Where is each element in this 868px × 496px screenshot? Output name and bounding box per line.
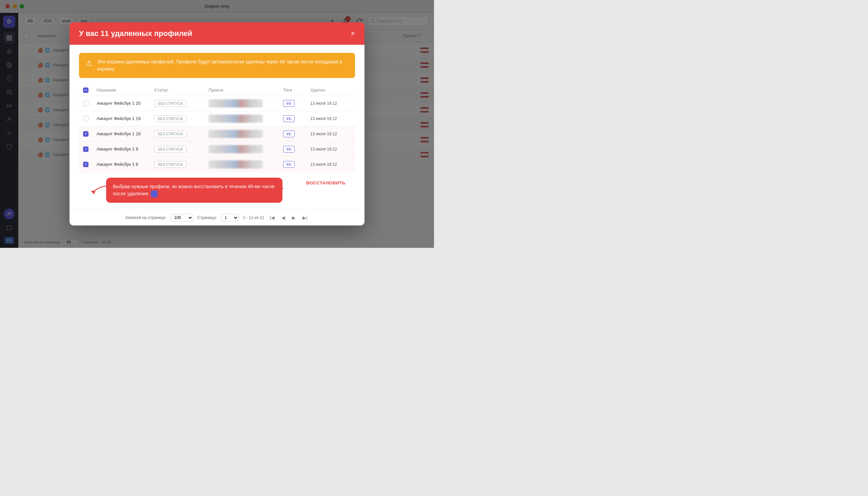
modal-table-row: Аккаунт Фейсбук 1 8 БЕЗ СТАТУСА ФБ 13 ию… xyxy=(79,157,355,172)
modal-col-status: Статус xyxy=(154,88,208,93)
row-checkbox-2[interactable] xyxy=(83,116,89,121)
status-badge-1: БЕЗ СТАТУСА xyxy=(154,100,186,107)
deleted-time-1: 13 июля 16:12 xyxy=(310,101,351,106)
modal-col-name: Название xyxy=(97,88,154,93)
pagination-records-select[interactable]: 100 50 xyxy=(171,214,193,221)
modal-col-proxy: Прокси xyxy=(208,88,283,93)
tag-badge-1: ФБ xyxy=(283,100,295,107)
deleted-time-3: 13 июля 16:12 xyxy=(310,131,351,136)
deleted-time-4: 13 июля 16:12 xyxy=(310,147,351,152)
status-badge-2: БЕЗ СТАТУСА xyxy=(154,115,186,122)
pagination-first-button[interactable]: |◀ xyxy=(268,214,276,221)
status-badge-5: БЕЗ СТАТУСА xyxy=(154,161,186,168)
modal-body: ⚠ Это корзина удаленных профилей. Профил… xyxy=(69,45,365,172)
svg-marker-21 xyxy=(279,186,284,190)
deleted-time-5: 13 июля 16:12 xyxy=(310,162,351,167)
svg-marker-19 xyxy=(91,190,95,194)
pagination-page-label: Страница: xyxy=(197,215,217,220)
row-checkbox-1[interactable] xyxy=(83,101,89,106)
pagination-prev-button[interactable]: ◀ xyxy=(280,214,286,221)
profile-name-2: Аккаунт Фейсбук 1 19 xyxy=(97,116,154,121)
tag-badge-4: ФБ xyxy=(283,146,295,153)
warning-banner: ⚠ Это корзина удаленных профилей. Профил… xyxy=(79,53,355,78)
modal-table-row: Аккаунт Фейсбук 1 18 БЕЗ СТАТУСА ФБ 13 и… xyxy=(79,126,355,142)
profile-name-4: Аккаунт Фейсбук 1 9 xyxy=(97,146,154,152)
profile-name-1: Аккаунт Фейсбук 1 20 xyxy=(97,101,154,106)
modal-footer: Выбрав нужные профили, их можно восстано… xyxy=(69,172,365,210)
modal-table-body: Аккаунт Фейсбук 1 20 БЕЗ СТАТУСА ФБ 13 и… xyxy=(79,96,355,172)
deleted-time-2: 13 июля 16:12 xyxy=(310,116,351,121)
deleted-profiles-modal: У вас 11 удаленных профилей × ⚠ Это корз… xyxy=(69,22,365,226)
modal-select-all-checkbox[interactable] xyxy=(83,88,89,93)
modal-table-row: Аккаунт Фейсбук 1 19 БЕЗ СТАТУСА ФБ 13 и… xyxy=(79,111,355,126)
callout-row: Выбрав нужные профили, их можно восстано… xyxy=(79,172,355,203)
modal-pagination: Записей на странице: 100 50 Страница: 1 … xyxy=(69,210,365,226)
tag-badge-2: ФБ xyxy=(283,115,295,122)
profile-name-3: Аккаунт Фейсбук 1 18 xyxy=(97,131,154,136)
row-checkbox-5[interactable] xyxy=(83,162,89,167)
pagination-next-button[interactable]: ▶ xyxy=(291,214,297,221)
row-checkbox-4[interactable] xyxy=(83,146,89,152)
tag-badge-3: ФБ xyxy=(283,130,295,137)
proxy-preview-2 xyxy=(208,114,263,123)
modal-col-tags: Теги xyxy=(283,88,310,93)
modal-close-button[interactable]: × xyxy=(351,30,355,37)
warning-icon: ⚠ xyxy=(86,59,93,68)
modal-header: У вас 11 удаленных профилей × xyxy=(69,22,365,45)
profile-name-5: Аккаунт Фейсбук 1 8 xyxy=(97,162,154,167)
dolphin-icon xyxy=(151,190,158,197)
proxy-preview-5 xyxy=(208,160,263,169)
modal-overlay[interactable]: У вас 11 удаленных профилей × ⚠ Это корз… xyxy=(0,0,434,248)
arrow-to-restore xyxy=(247,178,287,199)
modal-col-deleted: Удален xyxy=(310,88,351,93)
pagination-page-select[interactable]: 1 xyxy=(221,214,239,221)
pagination-last-button[interactable]: ▶| xyxy=(301,214,309,221)
warning-text: Это корзина удаленных профилей. Профили … xyxy=(97,58,348,73)
pagination-info: 1 - 11 из 11 xyxy=(243,215,264,220)
pagination-records-label: Записей на странице: xyxy=(125,215,166,220)
status-badge-3: БЕЗ СТАТУСА xyxy=(154,130,186,137)
status-badge-4: БЕЗ СТАТУСА xyxy=(154,146,186,153)
modal-table-row: Аккаунт Фейсбук 1 9 БЕЗ СТАТУСА ФБ 13 ию… xyxy=(79,142,355,157)
proxy-preview-4 xyxy=(208,145,263,153)
modal-title: У вас 11 удаленных профилей xyxy=(79,29,192,38)
tag-badge-5: ФБ xyxy=(283,161,295,168)
row-checkbox-3[interactable] xyxy=(83,131,89,137)
restore-button[interactable]: ВОССТАНОВИТЬ xyxy=(306,180,345,185)
proxy-preview-1 xyxy=(208,99,263,107)
modal-table-header: Название Статус Прокси Теги Удален xyxy=(79,85,355,96)
modal-table-row: Аккаунт Фейсбук 1 20 БЕЗ СТАТУСА ФБ 13 и… xyxy=(79,96,355,111)
proxy-preview-3 xyxy=(208,130,263,138)
